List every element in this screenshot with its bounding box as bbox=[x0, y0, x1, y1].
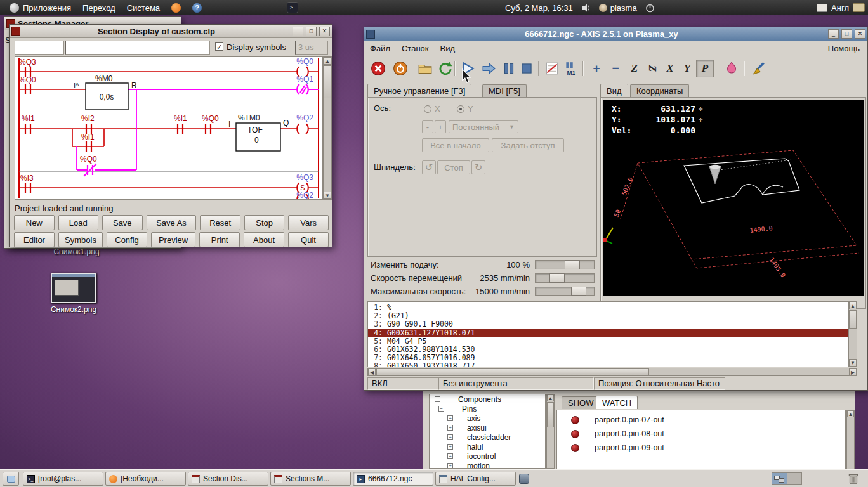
estop-button[interactable] bbox=[369, 60, 387, 77]
keyboard-indicator-applet[interactable]: Англ bbox=[817, 0, 867, 15]
view-z-rotated-button[interactable]: Z bbox=[643, 60, 661, 77]
save-button[interactable]: Save bbox=[102, 215, 143, 230]
tree-item-axisui[interactable]: +axisui bbox=[430, 423, 545, 432]
vars-button[interactable]: Vars bbox=[288, 215, 329, 230]
view-y-button[interactable]: Y bbox=[678, 60, 696, 77]
editor-button[interactable]: Editor bbox=[14, 232, 55, 247]
menu-view[interactable]: Вид bbox=[435, 42, 461, 55]
gcode-vscrollbar[interactable]: ▲ ▼ bbox=[848, 301, 857, 367]
zoom-out-button[interactable]: − bbox=[607, 60, 624, 77]
maximize-button[interactable]: □ bbox=[841, 29, 852, 39]
view-x-button[interactable]: X bbox=[661, 60, 679, 77]
jog-speed-slider[interactable] bbox=[535, 273, 595, 283]
tab-preview[interactable]: Вид bbox=[600, 84, 628, 97]
gcode-line[interactable]: 1:% bbox=[368, 304, 848, 312]
preview-canvas[interactable]: 1490.0 1495.0 502.0 50 X:631.127✛ Y:1018… bbox=[603, 100, 864, 296]
load-button[interactable]: Load bbox=[58, 215, 99, 230]
clear-plot-button[interactable] bbox=[750, 60, 768, 77]
stop-button[interactable] bbox=[518, 60, 536, 77]
stop-button[interactable]: Stop bbox=[244, 215, 285, 230]
tab-show[interactable]: SHOW bbox=[562, 396, 600, 409]
close-button[interactable]: ✕ bbox=[855, 29, 865, 39]
jog-plus-button[interactable]: + bbox=[435, 120, 446, 133]
menu-file[interactable]: Файл bbox=[364, 42, 396, 55]
tab-watch[interactable]: WATCH bbox=[596, 396, 638, 409]
firefox-launcher[interactable] bbox=[166, 0, 187, 15]
clock-applet[interactable]: Суб, 2 Мар, 16:31 bbox=[505, 3, 573, 13]
minimize-button[interactable]: _ bbox=[828, 29, 839, 39]
gcode-listing[interactable]: 1:% 2:(G21) 3:G90 G90.1 F9000 4:G00X631.… bbox=[367, 301, 848, 367]
pause-button[interactable] bbox=[500, 60, 518, 77]
workspace-1[interactable] bbox=[772, 473, 787, 484]
zoom-in-button[interactable]: + bbox=[588, 60, 605, 77]
taskbar-item-hal-config[interactable]: HAL Config... bbox=[435, 472, 516, 486]
print-button[interactable]: Print bbox=[199, 232, 240, 247]
tree-item-motion[interactable]: +motion bbox=[430, 461, 545, 469]
new-button[interactable]: New bbox=[14, 215, 55, 230]
tree-item-halui[interactable]: +halui bbox=[430, 442, 545, 451]
tree-item-axis[interactable]: +axis bbox=[430, 413, 545, 423]
terminal-tray-icon[interactable]: >_ bbox=[287, 2, 298, 13]
hal-watch-scrollbar[interactable]: ▲ bbox=[846, 410, 855, 470]
quit-button[interactable]: Quit bbox=[288, 232, 329, 247]
taskbar-item-axis[interactable]: ▸6666712.ngc bbox=[353, 472, 433, 486]
radio-axis-y[interactable]: Y bbox=[457, 104, 473, 114]
volume-icon[interactable] bbox=[581, 3, 591, 13]
taskbar-item-firefox[interactable]: [Необходи... bbox=[105, 472, 186, 486]
save-as-button[interactable]: Save As bbox=[147, 215, 197, 230]
tree-item-classicladder[interactable]: +classicladder bbox=[430, 432, 545, 442]
maximize-button[interactable]: □ bbox=[306, 27, 317, 36]
rung-comment-field[interactable] bbox=[65, 41, 210, 55]
user-switcher-applet[interactable]: plasma bbox=[599, 3, 637, 13]
spindle-stop-button[interactable]: Стоп bbox=[437, 160, 470, 174]
desktop-icon-snimok1[interactable]: Снимок1.png bbox=[37, 247, 116, 256]
close-button[interactable]: ✕ bbox=[319, 27, 330, 36]
tab-mdi[interactable]: MDI [F5] bbox=[482, 84, 527, 97]
reload-button[interactable] bbox=[437, 60, 454, 77]
menu-help[interactable]: Помощь bbox=[820, 42, 867, 55]
run-from-line-button[interactable] bbox=[480, 60, 497, 77]
workspace-switcher[interactable] bbox=[772, 472, 802, 485]
minimize-button[interactable]: _ bbox=[293, 27, 303, 36]
help-launcher[interactable]: ? bbox=[187, 0, 207, 15]
taskbar-item-sections-manager[interactable]: Sections M... bbox=[270, 472, 351, 486]
symbols-button[interactable]: Symbols bbox=[58, 232, 103, 247]
shutdown-icon[interactable] bbox=[645, 3, 655, 13]
desktop-icon-snimok2[interactable]: Снимок2.png bbox=[48, 273, 99, 314]
taskbar-item-section-display[interactable]: Section Dis... bbox=[188, 472, 268, 486]
system-menu[interactable]: Система bbox=[121, 0, 166, 15]
open-file-button[interactable] bbox=[416, 60, 434, 77]
trash-icon[interactable] bbox=[848, 472, 859, 487]
torch-button[interactable] bbox=[723, 60, 740, 77]
ladder-scrollbar[interactable]: ▲ ▼ bbox=[323, 56, 332, 200]
gcode-line[interactable]: 3:G90 G90.1 F9000 bbox=[368, 320, 848, 328]
optional-stop-button[interactable]: M1 bbox=[562, 60, 580, 77]
hal-tree-scrollbar[interactable]: ▲ bbox=[546, 394, 555, 469]
touch-off-button[interactable]: Задать отступ bbox=[492, 138, 564, 152]
rung-number-field[interactable] bbox=[15, 41, 64, 55]
tree-item-pins[interactable]: −Pins bbox=[430, 404, 545, 413]
applications-menu[interactable]: Приложения bbox=[4, 0, 77, 15]
titlebar[interactable]: 6666712.ngc - AXIS 2.5.1 on Plasma_xy _ … bbox=[364, 27, 867, 41]
radio-axis-x[interactable]: X bbox=[424, 104, 440, 114]
view-z-button[interactable]: Z bbox=[626, 60, 643, 77]
spindle-ccw-button[interactable]: ↺ bbox=[422, 160, 436, 174]
show-desktop-button[interactable] bbox=[3, 472, 19, 486]
tree-item-iocontrol[interactable]: +iocontrol bbox=[430, 451, 545, 461]
gcode-hscrollbar[interactable]: ◀ ▶ bbox=[367, 368, 857, 376]
feed-override-slider[interactable] bbox=[535, 260, 595, 269]
spindle-cw-button[interactable]: ↻ bbox=[471, 160, 485, 174]
skip-lines-button[interactable] bbox=[543, 60, 561, 77]
tree-item-components[interactable]: −Components bbox=[430, 394, 545, 404]
tab-manual-control[interactable]: Ручное управление [F3] bbox=[367, 84, 471, 97]
config-button[interactable]: Config bbox=[107, 232, 147, 247]
places-menu[interactable]: Переход bbox=[77, 0, 121, 15]
home-all-button[interactable]: Все в начало bbox=[422, 138, 489, 152]
gcode-line[interactable]: 5:M04 G4 P5 bbox=[368, 337, 848, 346]
tray-app-icon[interactable] bbox=[519, 474, 529, 484]
machine-power-button[interactable] bbox=[391, 60, 409, 77]
gcode-line-active[interactable]: 4:G00X631.127Y1018.071 bbox=[368, 329, 848, 337]
display-symbols-checkbox[interactable]: ✓ bbox=[215, 42, 223, 51]
view-perspective-button[interactable]: P bbox=[696, 60, 714, 77]
menu-machine[interactable]: Станок bbox=[396, 42, 435, 55]
